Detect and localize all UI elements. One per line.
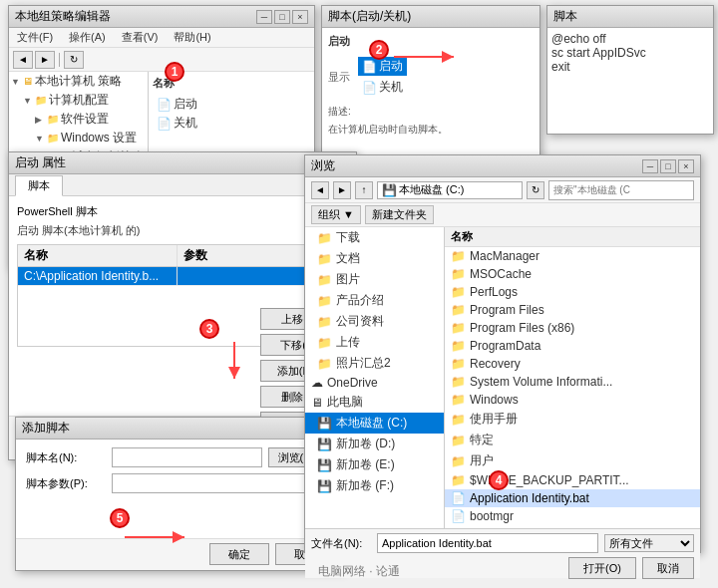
left-item-pics[interactable]: 📁 图片 [305, 269, 444, 290]
startup-item[interactable]: 📄 启动 [358, 57, 407, 76]
folder-icon: 📁 [451, 321, 466, 335]
ok-button[interactable]: 确定 [209, 543, 269, 565]
open-button[interactable]: 打开(O) [568, 557, 636, 579]
file-appidentity[interactable]: 📄 Application Identity.bat [445, 489, 700, 507]
browse-pathbar: ◄ ► ↑ 💾 本地磁盘 (C:) ↻ [305, 177, 700, 203]
file-sysvolinfo[interactable]: 📁 System Volume Informati... [445, 373, 700, 391]
folder-icon: 🖥 [23, 76, 33, 87]
maximize-button[interactable]: □ [660, 159, 676, 173]
refresh-button[interactable]: ↻ [64, 51, 84, 69]
drive-icon: 💾 [317, 417, 332, 431]
folder-icon: 📁 [451, 357, 466, 371]
file-bootmgr[interactable]: 📄 bootmgr [445, 507, 700, 525]
filetype-select[interactable]: 所有文件 [604, 534, 694, 552]
filename-input[interactable] [377, 533, 598, 553]
nav-forward[interactable]: ► [333, 181, 351, 199]
right-item-startup[interactable]: 📄 启动 [153, 95, 310, 114]
files-header: 名称 [445, 227, 700, 247]
browse-title: 浏览 [311, 157, 335, 174]
search-input[interactable] [548, 180, 694, 200]
file-windows[interactable]: 📁 Windows [445, 391, 700, 409]
tree-item-windows[interactable]: ▼ 📁 Windows 设置 [9, 129, 148, 147]
tree-item-label: 计算机配置 [49, 92, 109, 109]
left-item-docs[interactable]: 📁 文档 [305, 248, 444, 269]
expand-icon: ▼ [11, 77, 21, 87]
expand-icon: ▼ [23, 96, 33, 106]
forward-button[interactable]: ► [35, 51, 55, 69]
left-item-company[interactable]: 📁 公司资料 [305, 311, 444, 332]
script-name-row: 脚本名(N): 浏览(B)... [26, 447, 333, 467]
drive-icon: 💾 [382, 183, 397, 197]
tree-item-root[interactable]: ▼ 🖥 本地计算机 策略 [9, 72, 148, 91]
refresh-button[interactable]: ↻ [527, 181, 544, 199]
tree-item-software[interactable]: ▶ 📁 软件设置 [9, 110, 148, 129]
nav-back[interactable]: ◄ [311, 181, 329, 199]
file-name: 用户 [470, 452, 494, 469]
new-folder-button[interactable]: 新建文件夹 [365, 205, 434, 224]
file-manual[interactable]: 📁 使用手册 [445, 409, 700, 430]
window-controls: ─ □ × [256, 10, 308, 24]
file-macmanager[interactable]: 📁 MacManager [445, 247, 700, 265]
left-item-downloads[interactable]: 📁 下载 [305, 227, 444, 248]
code-line-1: @echo off [551, 32, 709, 46]
menu-help[interactable]: 帮助(H) [170, 29, 214, 46]
browse-dialog: 浏览 ─ □ × ◄ ► ↑ 💾 本地磁盘 (C:) ↻ 组织 ▼ 新建文件夹 … [304, 154, 701, 553]
item-label: 新加卷 (F:) [336, 477, 394, 494]
file-programfiles86[interactable]: 📁 Program Files (x86) [445, 319, 700, 337]
toolbar-separator [59, 53, 60, 67]
file-programdata[interactable]: 📁 ProgramData [445, 337, 700, 355]
folder-icon: 📁 [317, 273, 332, 287]
script-code-content: @echo off sc start AppIDSvc exit [547, 28, 713, 134]
left-item-c-drive[interactable]: 💾 本地磁盘 (C:) [305, 413, 444, 434]
folder-icon: 📁 [451, 375, 466, 389]
menu-action[interactable]: 操作(A) [65, 29, 110, 46]
file-msocache[interactable]: 📁 MSOCache [445, 265, 700, 283]
menu-file[interactable]: 文件(F) [13, 29, 57, 46]
code-line-2: sc start AppIDSvc [551, 46, 709, 60]
menu-bar: 文件(F) 操作(A) 查看(V) 帮助(H) [9, 28, 314, 48]
item-label: 此电脑 [327, 394, 363, 411]
file-programfiles[interactable]: 📁 Program Files [445, 301, 700, 319]
left-item-onedrive[interactable]: ☁ OneDrive [305, 374, 444, 392]
close-button[interactable]: × [678, 159, 694, 173]
item-label: 下载 [336, 229, 360, 246]
left-item-d-drive[interactable]: 💾 新加卷 (D:) [305, 434, 444, 454]
left-item-products[interactable]: 📁 产品介绍 [305, 290, 444, 311]
script-params-input[interactable] [112, 473, 333, 493]
back-button[interactable]: ◄ [13, 51, 33, 69]
cancel-button[interactable]: 取消 [642, 557, 694, 579]
menu-view[interactable]: 查看(V) [118, 29, 163, 46]
path-text: 本地磁盘 (C:) [399, 182, 464, 197]
script-name-cell: C:\Application Identity.b... [18, 267, 178, 285]
right-item-shutdown[interactable]: 📄 关机 [153, 114, 310, 133]
shutdown-item[interactable]: 📄 关机 [358, 78, 407, 97]
file-recovery[interactable]: 📁 Recovery [445, 355, 700, 373]
maximize-button[interactable]: □ [274, 10, 290, 24]
minimize-button[interactable]: ─ [642, 159, 658, 173]
file-specific[interactable]: 📁 特定 [445, 430, 700, 450]
script-icon: 📄 [362, 81, 377, 95]
script-name-input[interactable] [112, 447, 262, 467]
script-panel-titlebar: 脚本(启动/关机) [322, 6, 539, 28]
organize-button[interactable]: 组织 ▼ [311, 205, 361, 224]
close-button[interactable]: × [292, 10, 308, 24]
file-name: Program Files (x86) [470, 321, 574, 335]
tab-script[interactable]: 脚本 [15, 175, 63, 196]
file-winre[interactable]: 📁 $WINRE_BACKUP_PARTIT... [445, 471, 700, 489]
item-label: 照片汇总2 [336, 355, 391, 372]
right-item-label: 关机 [174, 115, 197, 132]
item-label: 图片 [336, 271, 360, 288]
left-item-f-drive[interactable]: 💾 新加卷 (F:) [305, 475, 444, 496]
minimize-button[interactable]: ─ [256, 10, 272, 24]
left-item-upload[interactable]: 📁 上传 [305, 332, 444, 353]
folder-icon: 📁 [451, 393, 466, 407]
left-item-e-drive[interactable]: 💾 新加卷 (E:) [305, 454, 444, 475]
left-item-photos[interactable]: 📁 照片汇总2 [305, 353, 444, 374]
script-row[interactable]: C:\Application Identity.b... [18, 267, 347, 286]
nav-up[interactable]: ↑ [355, 181, 373, 199]
file-perflogs[interactable]: 📁 PerfLogs [445, 283, 700, 301]
left-item-thispc[interactable]: 🖥 此电脑 [305, 392, 444, 413]
item-label: 本地磁盘 (C:) [336, 415, 407, 432]
tree-item-computer[interactable]: ▼ 📁 计算机配置 [9, 91, 148, 110]
file-users[interactable]: 📁 用户 [445, 450, 700, 471]
